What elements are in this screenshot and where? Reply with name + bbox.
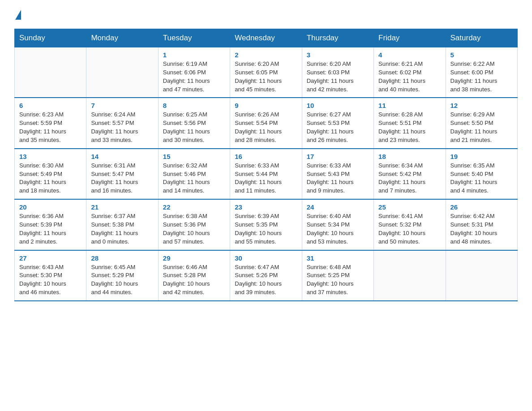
day-info: Sunrise: 6:32 AM Sunset: 5:46 PM Dayligh… [163,162,225,195]
calendar-header-row: SundayMondayTuesdayWednesdayThursdayFrid… [15,29,518,47]
calendar-cell: 6Sunrise: 6:23 AM Sunset: 5:59 PM Daylig… [15,98,86,148]
day-info: Sunrise: 6:22 AM Sunset: 6:00 PM Dayligh… [450,60,513,94]
day-number: 3 [307,51,369,59]
day-number: 26 [450,203,513,211]
day-info: Sunrise: 6:19 AM Sunset: 6:06 PM Dayligh… [163,60,225,94]
day-number: 8 [163,102,225,109]
calendar-cell [15,47,86,98]
day-number: 22 [163,203,225,211]
day-info: Sunrise: 6:34 AM Sunset: 5:42 PM Dayligh… [378,162,441,195]
day-info: Sunrise: 6:26 AM Sunset: 5:54 PM Dayligh… [235,111,297,144]
day-info: Sunrise: 6:20 AM Sunset: 6:05 PM Dayligh… [235,60,297,94]
calendar-cell: 31Sunrise: 6:48 AM Sunset: 5:25 PM Dayli… [302,250,373,301]
calendar-cell: 1Sunrise: 6:19 AM Sunset: 6:06 PM Daylig… [158,47,230,98]
day-info: Sunrise: 6:47 AM Sunset: 5:26 PM Dayligh… [235,263,297,297]
day-number: 31 [307,254,369,262]
calendar-cell: 29Sunrise: 6:46 AM Sunset: 5:28 PM Dayli… [158,250,230,301]
calendar-cell: 24Sunrise: 6:40 AM Sunset: 5:34 PM Dayli… [302,199,373,250]
day-number: 1 [163,51,225,59]
day-number: 23 [235,203,297,211]
logo [14,11,22,21]
day-number: 2 [235,51,297,59]
calendar-cell: 12Sunrise: 6:29 AM Sunset: 5:50 PM Dayli… [446,98,517,148]
calendar-cell: 8Sunrise: 6:25 AM Sunset: 5:56 PM Daylig… [158,98,230,148]
day-info: Sunrise: 6:43 AM Sunset: 5:30 PM Dayligh… [19,263,82,297]
calendar-cell [86,47,158,98]
calendar-cell [374,250,446,301]
day-info: Sunrise: 6:38 AM Sunset: 5:36 PM Dayligh… [163,212,225,246]
calendar-cell: 7Sunrise: 6:24 AM Sunset: 5:57 PM Daylig… [86,98,158,148]
calendar-cell: 26Sunrise: 6:42 AM Sunset: 5:31 PM Dayli… [446,199,517,250]
day-number: 24 [307,203,369,211]
day-number: 21 [91,203,153,211]
day-number: 16 [235,153,297,160]
day-number: 11 [378,102,441,109]
calendar-week-row: 1Sunrise: 6:19 AM Sunset: 6:06 PM Daylig… [15,47,518,98]
calendar-cell [446,250,517,301]
calendar-cell: 20Sunrise: 6:36 AM Sunset: 5:39 PM Dayli… [15,199,86,250]
day-info: Sunrise: 6:29 AM Sunset: 5:50 PM Dayligh… [450,111,513,144]
page-header [14,11,518,21]
calendar-header-friday: Friday [374,29,446,47]
calendar-week-row: 27Sunrise: 6:43 AM Sunset: 5:30 PM Dayli… [15,250,518,301]
calendar-cell: 5Sunrise: 6:22 AM Sunset: 6:00 PM Daylig… [446,47,517,98]
day-info: Sunrise: 6:46 AM Sunset: 5:28 PM Dayligh… [163,263,225,297]
calendar-header-saturday: Saturday [446,29,517,47]
calendar-cell: 27Sunrise: 6:43 AM Sunset: 5:30 PM Dayli… [15,250,86,301]
calendar-cell: 17Sunrise: 6:33 AM Sunset: 5:43 PM Dayli… [302,149,373,199]
calendar-header-sunday: Sunday [15,29,86,47]
day-info: Sunrise: 6:24 AM Sunset: 5:57 PM Dayligh… [91,111,153,144]
day-number: 9 [235,102,297,109]
calendar-cell: 19Sunrise: 6:35 AM Sunset: 5:40 PM Dayli… [446,149,517,199]
calendar-cell: 22Sunrise: 6:38 AM Sunset: 5:36 PM Dayli… [158,199,230,250]
calendar-week-row: 13Sunrise: 6:30 AM Sunset: 5:49 PM Dayli… [15,149,518,199]
calendar-cell: 11Sunrise: 6:28 AM Sunset: 5:51 PM Dayli… [374,98,446,148]
calendar-cell: 9Sunrise: 6:26 AM Sunset: 5:54 PM Daylig… [230,98,302,148]
day-info: Sunrise: 6:37 AM Sunset: 5:38 PM Dayligh… [91,212,153,246]
calendar-cell: 14Sunrise: 6:31 AM Sunset: 5:47 PM Dayli… [86,149,158,199]
day-info: Sunrise: 6:28 AM Sunset: 5:51 PM Dayligh… [378,111,441,144]
day-info: Sunrise: 6:21 AM Sunset: 6:02 PM Dayligh… [378,60,441,94]
day-number: 4 [378,51,441,59]
day-info: Sunrise: 6:35 AM Sunset: 5:40 PM Dayligh… [450,162,513,195]
day-info: Sunrise: 6:31 AM Sunset: 5:47 PM Dayligh… [91,162,153,195]
day-info: Sunrise: 6:39 AM Sunset: 5:35 PM Dayligh… [235,212,297,246]
day-number: 27 [19,254,82,262]
day-number: 5 [450,51,513,59]
calendar-cell: 4Sunrise: 6:21 AM Sunset: 6:02 PM Daylig… [374,47,446,98]
day-number: 18 [378,153,441,160]
calendar-header-wednesday: Wednesday [230,29,302,47]
day-info: Sunrise: 6:30 AM Sunset: 5:49 PM Dayligh… [19,162,82,195]
day-number: 29 [163,254,225,262]
day-number: 13 [19,153,82,160]
day-number: 20 [19,203,82,211]
calendar-cell: 3Sunrise: 6:20 AM Sunset: 6:03 PM Daylig… [302,47,373,98]
day-number: 30 [235,254,297,262]
day-number: 6 [19,102,82,109]
calendar-header-tuesday: Tuesday [158,29,230,47]
day-number: 15 [163,153,225,160]
calendar-cell: 2Sunrise: 6:20 AM Sunset: 6:05 PM Daylig… [230,47,302,98]
calendar-header-monday: Monday [86,29,158,47]
calendar-table: SundayMondayTuesdayWednesdayThursdayFrid… [14,29,518,301]
day-info: Sunrise: 6:20 AM Sunset: 6:03 PM Dayligh… [307,60,369,94]
calendar-cell: 23Sunrise: 6:39 AM Sunset: 5:35 PM Dayli… [230,199,302,250]
day-info: Sunrise: 6:23 AM Sunset: 5:59 PM Dayligh… [19,111,82,144]
day-number: 10 [307,102,369,109]
calendar-week-row: 20Sunrise: 6:36 AM Sunset: 5:39 PM Dayli… [15,199,518,250]
logo-triangle-icon [15,10,21,20]
day-info: Sunrise: 6:33 AM Sunset: 5:44 PM Dayligh… [235,162,297,195]
calendar-cell: 13Sunrise: 6:30 AM Sunset: 5:49 PM Dayli… [15,149,86,199]
calendar-cell: 18Sunrise: 6:34 AM Sunset: 5:42 PM Dayli… [374,149,446,199]
calendar-week-row: 6Sunrise: 6:23 AM Sunset: 5:59 PM Daylig… [15,98,518,148]
day-number: 14 [91,153,153,160]
day-number: 25 [378,203,441,211]
day-number: 12 [450,102,513,109]
calendar-cell: 25Sunrise: 6:41 AM Sunset: 5:32 PM Dayli… [374,199,446,250]
calendar-cell: 30Sunrise: 6:47 AM Sunset: 5:26 PM Dayli… [230,250,302,301]
day-info: Sunrise: 6:40 AM Sunset: 5:34 PM Dayligh… [307,212,369,246]
day-info: Sunrise: 6:45 AM Sunset: 5:29 PM Dayligh… [91,263,153,297]
day-info: Sunrise: 6:27 AM Sunset: 5:53 PM Dayligh… [307,111,369,144]
day-info: Sunrise: 6:33 AM Sunset: 5:43 PM Dayligh… [307,162,369,195]
day-number: 17 [307,153,369,160]
